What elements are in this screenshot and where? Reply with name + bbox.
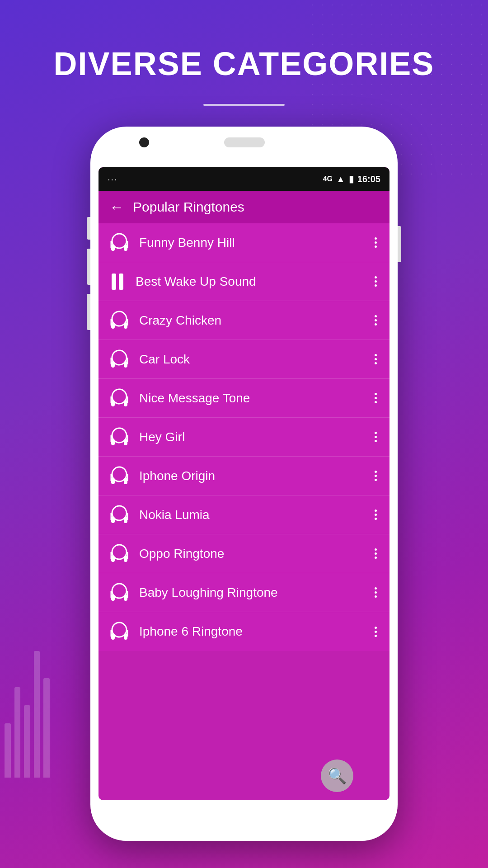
list-item[interactable]: Baby Loughing Ringtone [99,573,389,612]
search-icon: 🔍 [328,767,347,785]
headphone-icon [108,348,131,371]
ringtone-name: Iphone 6 Ringtone [139,624,371,639]
headphone-icon [108,464,131,488]
headphone-icon [108,309,131,332]
more-options-icon[interactable] [371,584,380,601]
status-bar: ··· 4G ▲ ▮ 16:05 [99,167,389,191]
ringtone-name: Car Lock [139,352,371,367]
ringtone-name: Nokia Lumia [139,508,371,522]
pause-icon [108,272,127,292]
battery-icon: ▮ [349,174,354,184]
more-options-icon[interactable] [371,350,380,368]
network-label: 4G [323,175,333,183]
more-options-icon[interactable] [371,467,380,485]
more-options-icon[interactable] [371,545,380,562]
time-display: 16:05 [357,174,380,184]
more-options-icon[interactable] [371,234,380,251]
status-left: ··· [108,174,118,184]
list-item[interactable]: Crazy Chicken [99,301,389,340]
phone-screen: ··· 4G ▲ ▮ 16:05 ← Popular Ringtones [99,167,389,800]
power-button [398,226,401,262]
volume-down-button [87,294,90,330]
notification-dots: ··· [108,174,118,184]
list-item[interactable]: Iphone Origin [99,457,389,495]
ringtone-list: Funny Benny Hill Best Wake Up Sound [99,223,389,651]
divider-line [203,104,285,106]
ringtone-name: Funny Benny Hill [139,236,371,250]
ringtone-name: Nice Message Tone [139,391,371,406]
headphone-icon [108,581,131,604]
more-options-icon[interactable] [371,389,380,407]
list-item[interactable]: Nokia Lumia [99,495,389,534]
signal-icon: ▲ [336,174,345,184]
headphone-icon [108,620,131,643]
search-fab-button[interactable]: 🔍 [321,760,353,792]
header-title: Popular Ringtones [133,199,244,215]
list-item[interactable]: Hey Girl [99,418,389,457]
list-item[interactable]: Funny Benny Hill [99,223,389,262]
bars-right-decoration [434,506,488,778]
bars-left-decoration [0,506,54,778]
list-item[interactable]: Best Wake Up Sound [99,262,389,301]
more-options-icon[interactable] [371,273,380,290]
earpiece-speaker [224,137,265,147]
phone-shell: ··· 4G ▲ ▮ 16:05 ← Popular Ringtones [90,127,398,841]
ringtone-name: Oppo Ringtone [139,547,371,561]
ringtone-name: Best Wake Up Sound [136,274,371,289]
page-title: DIVERSE CATEGORIES [0,45,488,82]
more-options-icon[interactable] [371,623,380,641]
list-item[interactable]: Nice Message Tone [99,379,389,418]
headphone-icon [108,503,131,527]
list-item[interactable]: Oppo Ringtone [99,534,389,573]
ringtone-name: Iphone Origin [139,469,371,483]
mute-button [87,217,90,240]
ringtone-name: Baby Loughing Ringtone [139,585,371,600]
app-header: ← Popular Ringtones [99,191,389,223]
more-options-icon[interactable] [371,311,380,329]
headphone-icon [108,425,131,449]
phone-top-bar [121,137,367,147]
headphone-icon [108,231,131,255]
list-item[interactable]: Iphone 6 Ringtone [99,612,389,651]
ringtone-name: Hey Girl [139,430,371,444]
ringtone-name: Crazy Chicken [139,313,371,328]
phone-device: ··· 4G ▲ ▮ 16:05 ← Popular Ringtones [90,127,398,841]
list-item[interactable]: Car Lock [99,340,389,379]
headphone-icon [108,387,131,410]
front-camera [139,137,149,147]
volume-up-button [87,249,90,285]
headphone-icon [108,542,131,566]
back-button[interactable]: ← [109,199,124,216]
more-options-icon[interactable] [371,506,380,524]
more-options-icon[interactable] [371,428,380,446]
status-right: 4G ▲ ▮ 16:05 [323,174,380,184]
